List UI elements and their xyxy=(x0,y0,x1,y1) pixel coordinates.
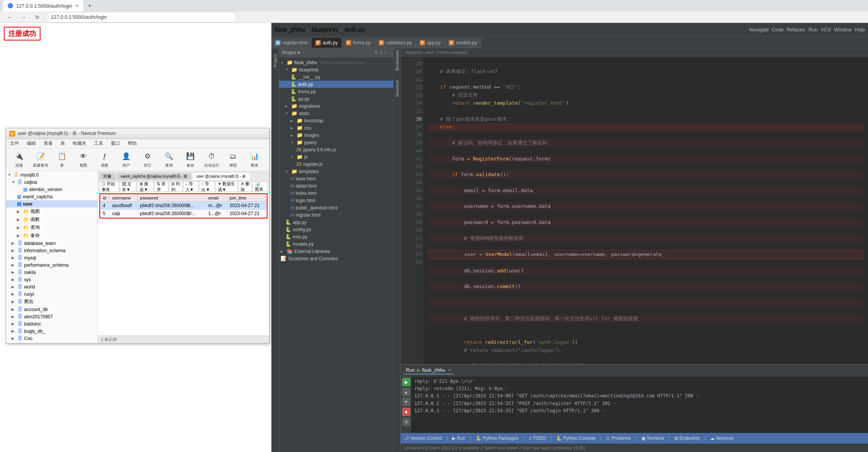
toolbar-chart2[interactable]: 📊 图表 xyxy=(253,182,268,192)
sidebar-jquery[interactable]: ▼ 📁 jquery xyxy=(279,139,393,146)
address-bar[interactable]: 127.0.0.1:5000/auth/login xyxy=(46,12,237,23)
sidebar-bootstrap[interactable]: ▶ 📁 bootstrap xyxy=(279,117,393,124)
toolbar-columns[interactable]: ⊟ 列列 xyxy=(169,182,182,192)
sidebar-item-world[interactable]: ▶ 🗄 world xyxy=(6,283,97,290)
sidebar-item-sys[interactable]: ▶ 🗄 sys xyxy=(6,276,97,283)
sidebar-item-cookies[interactable]: ▶ 🗄 Cookies xyxy=(6,342,97,343)
sidebar-static[interactable]: ▼ 📁 static xyxy=(279,110,393,117)
menu-help[interactable]: 帮助 xyxy=(124,139,141,148)
sidebar-login-html[interactable]: H login.html xyxy=(279,197,393,204)
sidebar-models-py[interactable]: 🐍 models.py xyxy=(279,240,393,248)
toolbar-data-generate[interactable]: ✦ 数据生成▼ xyxy=(216,182,238,192)
sidebar-item-performance-schema[interactable]: ▶ 🗄 performance_schema xyxy=(6,261,97,269)
sidebar-item-backup[interactable]: ▶ 📁 备份 xyxy=(6,232,97,240)
tab-auth-py[interactable]: P auth.py xyxy=(312,38,342,48)
sidebar-scratches-and-consoles[interactable]: 📝 Scratches and Consoles xyxy=(279,255,393,262)
toolbar-import[interactable]: ↓ 导入▼ xyxy=(183,182,198,192)
sidebar-index-html[interactable]: H index.html xyxy=(279,190,393,197)
toolbar-delete[interactable]: ✕ 删除 xyxy=(238,182,252,192)
sidebar-images[interactable]: ▶ 📁 images xyxy=(279,131,393,139)
status-todo[interactable]: ≡ TODO xyxy=(529,436,546,441)
sidebar-auth-py[interactable]: 🐍 auth.py xyxy=(279,81,393,88)
sidebar-detail-html[interactable]: H detail.html xyxy=(279,182,393,190)
toolbar-text-plus[interactable]: ▦ 文本▼ xyxy=(120,182,136,192)
sidebar-item-eamil-captcha[interactable]: ▦ eamil_captcha xyxy=(6,193,97,200)
sidebar-item-sakila[interactable]: ▶ 🗄 sakila xyxy=(6,269,97,276)
run-close-icon[interactable]: ✕ xyxy=(448,368,451,373)
toolbar-export[interactable]: ↑ 导出▼ xyxy=(199,182,214,192)
menu-view[interactable]: 查看 xyxy=(40,139,57,148)
run-restart-button[interactable]: ▶ xyxy=(402,378,410,386)
table-row[interactable]: 4 ascdfasdf pbkdf2:sha256:260000$l... m.… xyxy=(101,202,267,210)
toolbar-table[interactable]: 📋 表 xyxy=(52,150,72,169)
sidebar-item-mysql8[interactable]: ▼ 🗄 mysql8.0 xyxy=(6,171,97,178)
toolbar-view[interactable]: 👁 视图 xyxy=(73,150,93,169)
sidebar-item-account-db[interactable]: ▶ 🗄 account_db xyxy=(6,306,97,313)
toolbar-other[interactable]: ⚙ 其它 xyxy=(138,150,157,169)
ide-menu-code[interactable]: Code xyxy=(772,27,784,32)
col-header-username[interactable]: username xyxy=(110,194,138,202)
sidebar-app-py[interactable]: 🐍 app.py xyxy=(279,219,393,226)
nav-refresh-button[interactable]: ↻ xyxy=(32,12,43,23)
table-row[interactable]: 5 caiji pbkdf2:sha256:260000$l/... 1...@… xyxy=(101,210,267,218)
browser-tab-active[interactable]: 127.0.0.1:5000/auth/login ✕ xyxy=(3,0,83,11)
sidebar-templates[interactable]: ▼ 📁 templates xyxy=(279,168,393,175)
status-python-packages[interactable]: 🐍 Python Packages xyxy=(476,436,519,441)
topbar-blueprints[interactable]: blueprints xyxy=(312,26,338,33)
toolbar-user[interactable]: 👤 用户 xyxy=(116,150,136,169)
run-settings-button[interactable]: ⚙ xyxy=(402,418,410,426)
ide-menu-help[interactable]: Help xyxy=(855,27,865,32)
structure-label[interactable]: Structure xyxy=(395,80,399,97)
topbar-auth-py[interactable]: auth.py xyxy=(345,26,365,33)
toolbar-model[interactable]: 🗂 模型 xyxy=(223,150,243,169)
ide-menu-run[interactable]: Run xyxy=(808,27,818,32)
toolbar-connect[interactable]: 🔌 连接 xyxy=(9,150,29,169)
status-endpoints[interactable]: ⊞ Endpoints xyxy=(674,436,700,441)
code-content[interactable]: # 表单验证：flask-wtf if request.method == 'G… xyxy=(423,57,868,364)
tab-register-html[interactable]: H register.html xyxy=(271,38,312,48)
ide-menu-window[interactable]: Window xyxy=(834,27,852,32)
sidebar-jquery-js[interactable]: JS jquery.3.6.min.js xyxy=(279,146,393,153)
menu-favorites[interactable]: 收藏夹 xyxy=(69,139,90,148)
sidebar-external-libraries[interactable]: ▶ 📚 External Libraries xyxy=(279,248,393,255)
sidebar-root[interactable]: ▼ 📁 flask_zhihu C:\Users\Martin\Deskto..… xyxy=(279,59,393,66)
sidebar-item-views[interactable]: ▶ 📁 视图 xyxy=(6,207,97,215)
toolbar-sort[interactable]: ⇅ 排序 xyxy=(154,182,168,192)
tab-user-table[interactable]: user @caijioa (mysql8.0) - 表 xyxy=(193,173,250,180)
run-tab[interactable]: Run: ▶ flask_zhihu ✕ xyxy=(404,367,454,374)
nav-forward-button[interactable]: → xyxy=(18,12,29,23)
ide-menu-vcs[interactable]: VCS xyxy=(821,27,831,32)
sidebar-item-bugly[interactable]: ▶ 🗄 bugly_db_ xyxy=(6,327,97,335)
sidebar-public-question-html[interactable]: H public_question.html xyxy=(279,204,393,211)
sidebar-item-coo[interactable]: ▶ 🗄 Coo xyxy=(6,335,97,342)
sidebar-item-alsn[interactable]: ▶ 🗄 alsn20170807 xyxy=(6,313,97,320)
sidebar-item-queries[interactable]: ▶ 📁 查询 xyxy=(6,224,97,232)
toolbar-auto-run[interactable]: ⏱ 自动运行 xyxy=(202,150,222,169)
run-up-button[interactable]: ▲ xyxy=(402,388,410,396)
tab-validators-py[interactable]: P validators.py xyxy=(375,38,416,48)
nav-back-button[interactable]: ← xyxy=(5,12,15,23)
toolbar-new-query[interactable]: 📝 新建查询 xyxy=(31,150,50,169)
col-header-password[interactable]: password xyxy=(138,194,206,202)
tab-froms-py[interactable]: P froms.py xyxy=(342,38,375,48)
sidebar-js[interactable]: ▼ 📁 js xyxy=(279,153,393,160)
tab-close-button[interactable]: ✕ xyxy=(75,3,79,8)
toolbar-query[interactable]: 🔍 查询 xyxy=(159,150,179,169)
sidebar-css[interactable]: ▶ 📁 css xyxy=(279,124,393,131)
sidebar-config-py[interactable]: 🐍 config.py xyxy=(279,226,393,233)
status-version-control[interactable]: ⎇ Version Control xyxy=(404,436,442,441)
sidebar-item-baiduloc[interactable]: ▶ 🗄 baiduloc xyxy=(6,320,97,327)
topbar-flask-zhihu[interactable]: flask_zhihu xyxy=(274,26,305,33)
ide-menu-navigate[interactable]: Navigate xyxy=(749,27,769,32)
tab-models-py[interactable]: P models.py xyxy=(445,38,481,48)
toolbar-begin-transaction[interactable]: ⬡ 开始事务 xyxy=(99,182,119,192)
status-run[interactable]: ▶ Run xyxy=(452,436,465,441)
menu-window[interactable]: 窗口 xyxy=(107,139,124,148)
sidebar-item-alembic[interactable]: ▦ alembic_version xyxy=(6,186,97,193)
run-down-button[interactable]: ▼ xyxy=(402,398,410,406)
sidebar-item-caijioa[interactable]: ▼ 🗄 caijioa xyxy=(6,178,97,186)
new-tab-button[interactable]: + xyxy=(84,0,96,11)
sidebar-froms-py[interactable]: 🐍 froms.py xyxy=(279,88,393,95)
sidebar-item-info-schema[interactable]: ▶ 🗄 information_schema xyxy=(6,247,97,254)
toolbar-chart[interactable]: 📊 图表 xyxy=(245,150,264,169)
